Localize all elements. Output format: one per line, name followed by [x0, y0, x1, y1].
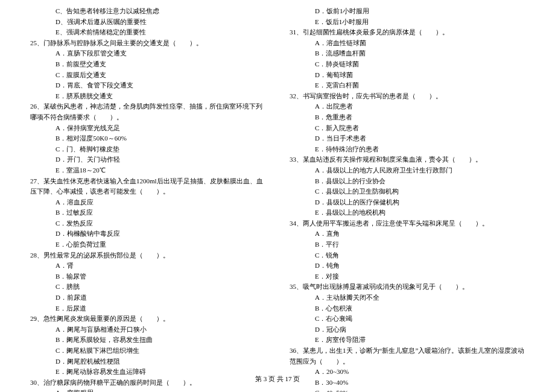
option-line: C．锐角	[290, 250, 525, 261]
option-line: C．阑尾粘膜下淋巴组织增生	[30, 346, 265, 356]
option-line: A．县级以上的地方人民政府卫生计生行政部门	[290, 165, 525, 176]
option-line: A．直角	[290, 229, 525, 239]
right-column: D．饭前1小时服用E．饭后1小时服用31、引起细菌性扁桃体炎最多见的病原体是（ …	[290, 6, 525, 392]
option-line: E．后尿道	[30, 303, 265, 314]
option-line: E．脐系膀胱交通支	[30, 91, 265, 102]
question-stem: 33、某血站违反有关操作规程和制度采集血液，责令其（ ）。	[290, 154, 525, 165]
option-line: A．空腹服用	[30, 388, 265, 392]
option-line: D．胃底、食管下段交通支	[30, 80, 265, 91]
option-line: B．过敏反应	[30, 207, 265, 218]
option-line: D．开门、关门动作轻	[30, 154, 265, 165]
question-stem: 31、引起细菌性扁桃体炎最多见的病原体是（ ）。	[290, 27, 525, 38]
option-line: D．枸橼酸钠中毒反应	[30, 229, 265, 239]
question-stem: 32、书写病室报告时，应先书写的患者是（ ）。	[290, 91, 525, 102]
option-line: C．右心衰竭	[290, 314, 525, 324]
question-stem: 36、某患儿，出生1天，诊断为“新生儿窒息”入暖箱治疗。该新生儿室的湿度波动范围…	[290, 346, 525, 367]
option-line: D．前尿道	[30, 292, 265, 303]
page-footer: 第 3 页 共 17 页	[0, 374, 555, 385]
option-line: C．新入院患者	[290, 123, 525, 134]
option-line: E．饭后1小时服用	[290, 17, 525, 28]
option-line: E、强调术前情绪稳定的重要性	[30, 27, 265, 38]
option-line: A．溶血反应	[30, 197, 265, 208]
option-line: B．前腹壁交通支	[30, 59, 265, 70]
option-line: B．阑尾系膜较短，容易发生扭曲	[30, 335, 265, 346]
option-line: A．溶血性链球菌	[290, 38, 525, 49]
question-stem: 26、某破伤风患者，神志清楚，全身肌肉阵发性痉挛、抽搐，所住病室环境下列哪项不符…	[30, 101, 265, 122]
question-stem: 34、两人使用平车搬运患者，应注意使平车头端和床尾呈（ ）。	[290, 218, 525, 229]
option-line: B．流感嗜血杆菌	[290, 48, 525, 59]
option-line: D．饭前1小时服用	[290, 6, 525, 17]
question-stem: 29、急性阑尾炎发病最重要的原因是（ ）。	[30, 314, 265, 324]
option-line: E．待特殊治疗的患者	[290, 144, 525, 155]
option-line: E．对接	[290, 271, 525, 282]
option-line: B．危重患者	[290, 112, 525, 123]
question-stem: 35、吸气时出现脉搏显著减弱或消失的现象可见于（ ）。	[290, 282, 525, 292]
option-line: A．阑尾与盲肠相通处开口狭小	[30, 324, 265, 335]
option-line: C．门、椅脚钉橡皮垫	[30, 144, 265, 155]
option-line: A．直肠下段肛管交通支	[30, 48, 265, 59]
option-line: D．冠心病	[290, 324, 525, 335]
option-line: C．县级以上的卫生防御机构	[290, 186, 525, 197]
option-line: D．当日手术患者	[290, 133, 525, 144]
option-line: E．心脏负荷过重	[30, 239, 265, 250]
option-line: D．钝角	[290, 261, 525, 271]
option-line: B．县级以上的行业协会	[290, 176, 525, 187]
option-line: D、强调术后遵从医嘱的重要性	[30, 17, 265, 28]
option-line: C．肺炎链球菌	[290, 59, 525, 70]
question-stem: 27、某失血性休克患者快速输入全血1200ml后出现手足抽搐、皮肤黏膜出血、血压…	[30, 176, 265, 197]
option-line: C．腹膜后交通支	[30, 70, 265, 81]
left-column: C、告知患者转移注意力以减轻焦虑D、强调术后遵从医嘱的重要性E、强调术前情绪稳定…	[30, 6, 265, 392]
option-line: C．膀胱	[30, 282, 265, 292]
option-line: A．保持病室光线充足	[30, 123, 265, 134]
question-stem: 25、门静脉系与腔静脉系之间最主要的交通支是（ ）。	[30, 38, 265, 49]
option-line: E．房室传导阻滞	[290, 335, 525, 346]
question-stem: 28、男性最常见的泌尿系损伤部位是（ ）。	[30, 250, 265, 261]
option-line: A．肾	[30, 261, 265, 271]
option-line: B．输尿管	[30, 271, 265, 282]
option-line: E．室温18～20℃	[30, 165, 265, 176]
option-line: D．阑尾腔机械性梗阻	[30, 356, 265, 367]
option-line: A．主动脉瓣关闭不全	[290, 292, 525, 303]
option-line: C．发热反应	[30, 218, 265, 229]
option-line: C、告知患者转移注意力以减轻焦虑	[30, 6, 265, 17]
option-line: B．平行	[290, 239, 525, 250]
option-line: B．心包积液	[290, 303, 525, 314]
option-line: E．县级以上的地税机构	[290, 207, 525, 218]
option-line: D．县级以上的医疗保健机构	[290, 197, 525, 208]
option-line: B．相对湿度50K0～60%	[30, 133, 265, 144]
option-line: A．出院患者	[290, 101, 525, 112]
option-line: C．40~50%	[290, 388, 525, 392]
option-line: D．葡萄球菌	[290, 70, 525, 81]
option-line: E．克雷白杆菌	[290, 80, 525, 91]
